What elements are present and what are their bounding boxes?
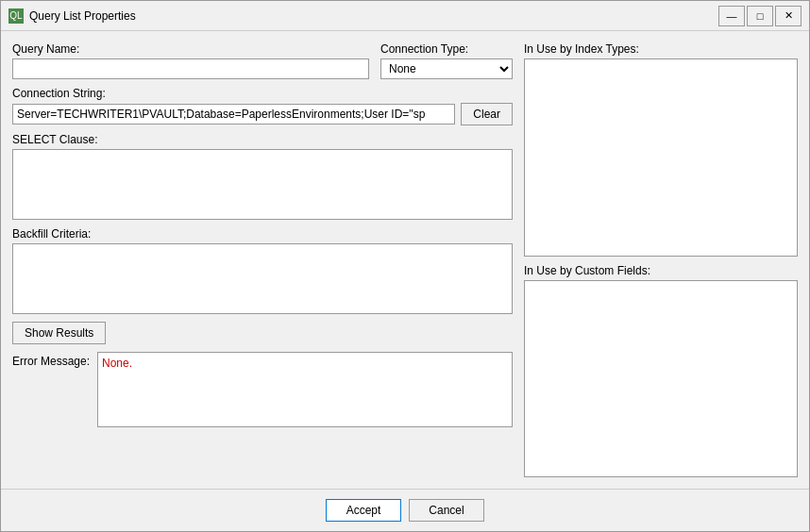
minimize-button[interactable]: —	[718, 6, 745, 26]
connection-string-input[interactable]	[12, 104, 455, 125]
clear-button[interactable]: Clear	[461, 103, 513, 125]
custom-fields-label: In Use by Custom Fields:	[524, 264, 798, 277]
content-area: Query Name: Connection Type: None ODBC O…	[1, 31, 809, 489]
connection-string-input-row: Clear	[12, 103, 513, 125]
main-window: QL Query List Properties — □ ✕ Query Nam…	[0, 0, 810, 532]
close-button[interactable]: ✕	[775, 6, 802, 26]
backfill-criteria-section: Backfill Criteria:	[12, 227, 513, 314]
custom-fields-box	[524, 280, 798, 478]
query-name-label: Query Name:	[12, 42, 369, 56]
maximize-button[interactable]: □	[747, 6, 773, 26]
title-bar-controls: — □ ✕	[718, 6, 802, 26]
error-message-display: None.	[97, 352, 513, 427]
connection-string-label: Connection String:	[12, 87, 513, 100]
connection-type-label: Connection Type:	[380, 42, 513, 56]
error-message-row: Error Message: None.	[12, 352, 513, 477]
index-types-box	[524, 58, 798, 257]
connection-type-select[interactable]: None ODBC OLE DB SQL Server	[380, 58, 513, 79]
accept-button[interactable]: Accept	[326, 499, 401, 522]
footer: Accept Cancel	[1, 489, 809, 531]
backfill-criteria-label: Backfill Criteria:	[12, 227, 513, 241]
backfill-criteria-textarea[interactable]	[12, 243, 513, 314]
top-row: Query Name: Connection Type: None ODBC O…	[12, 42, 513, 79]
show-results-button[interactable]: Show Results	[12, 322, 106, 344]
error-message-label: Error Message:	[12, 352, 90, 368]
select-clause-textarea[interactable]	[12, 149, 513, 220]
title-bar: QL Query List Properties — □ ✕	[1, 1, 809, 31]
window-icon: QL	[8, 8, 24, 24]
custom-fields-section: In Use by Custom Fields:	[524, 264, 798, 478]
connection-type-group: Connection Type: None ODBC OLE DB SQL Se…	[380, 42, 513, 79]
window-title: Query List Properties	[29, 9, 718, 23]
right-panel: In Use by Index Types: In Use by Custom …	[524, 42, 798, 477]
index-types-section: In Use by Index Types:	[524, 42, 798, 257]
left-panel: Query Name: Connection Type: None ODBC O…	[12, 42, 513, 477]
index-types-label: In Use by Index Types:	[524, 42, 798, 56]
select-clause-section: SELECT Clause:	[12, 133, 513, 220]
cancel-button[interactable]: Cancel	[409, 499, 484, 522]
select-clause-label: SELECT Clause:	[12, 133, 513, 146]
query-name-group: Query Name:	[12, 42, 369, 79]
connection-string-group: Connection String: Clear	[12, 87, 513, 125]
query-name-input[interactable]	[12, 58, 369, 79]
